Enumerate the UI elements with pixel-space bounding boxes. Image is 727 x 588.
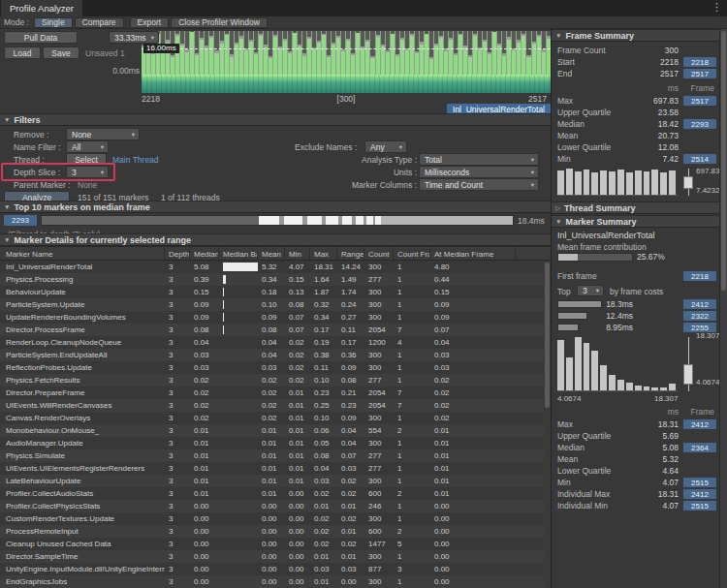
top-marker-segment[interactable] [366,216,373,225]
top-marker-segment[interactable] [307,216,323,225]
frame-badge[interactable]: 2293 [683,119,716,129]
kebab-menu-icon[interactable]: ⋮ [711,1,722,14]
column-header[interactable]: Depth [165,247,190,262]
save-button[interactable]: Save [43,46,79,59]
frame-badge[interactable]: 2412 [683,419,716,429]
frame-badge[interactable]: 2322 [683,311,716,321]
close-profiler-button[interactable]: Close Profiler Window [171,17,268,28]
table-row[interactable]: UpdateRendererBoundingVolumes30.090.090.… [0,311,551,324]
table-row[interactable]: ParticleSystem.Update30.090.100.080.320.… [0,298,551,311]
marker-columns-dropdown[interactable]: Time and Count ▾ [419,178,539,191]
frame-badge[interactable]: 2517 [683,96,716,106]
table-row[interactable]: Physics.Simulate30.010.010.010.080.07277… [0,449,551,462]
first-frame-badge[interactable]: 2218 [683,271,716,281]
top-frame-row[interactable]: 18.3ms2412 [552,298,719,310]
thread-select-button[interactable]: Select [66,153,107,166]
frame-summary-header[interactable]: ▼ Frame Summary [552,29,719,42]
scrollbar-thumb[interactable] [545,263,550,408]
frame-badge[interactable]: 2412 [683,489,716,499]
top-frame-row[interactable]: 8.95ms2255 [552,322,719,333]
table-row[interactable]: ParticleSystem.EndUpdateAll30.030.040.02… [0,349,551,361]
exclude-mode-dropdown[interactable]: Any ▾ [364,140,407,153]
table-row[interactable]: Profiler.CollectAudioStats30.010.010.000… [0,487,551,500]
table-row[interactable]: Physics.Processing30.390.340.151.641.492… [0,273,551,286]
right-pane-scrollbar[interactable] [719,29,727,588]
frame-summary-histogram[interactable] [557,169,678,196]
column-header[interactable]: Min [285,247,310,262]
table-row[interactable]: ProcessRemoteInput30.000.000.000.020.016… [0,525,551,538]
table-row[interactable]: Canvas.RenderOverlays30.020.020.010.100.… [0,412,551,424]
frame-time-plot[interactable]: 16.00ms [142,31,551,75]
thread-summary-header[interactable]: ▷ Thread Summary [552,201,719,214]
top-marker-segment[interactable] [259,216,280,225]
frame-time-chart[interactable]: 16.00ms [142,31,551,93]
table-row[interactable]: Director.ProcessFrame30.080.080.070.170.… [0,324,551,336]
depth-slice-dropdown[interactable]: 3 ▾ [66,166,109,178]
load-button[interactable]: Load [4,46,41,59]
frame-badge[interactable]: 2364 [683,443,716,452]
top-marker-segment[interactable] [284,216,301,225]
top-marker-segment[interactable] [42,216,259,225]
table-row[interactable]: LateBehaviourUpdate30.010.010.010.030.02… [0,475,551,487]
table-row[interactable]: AudioManager.Update30.010.010.010.050.04… [0,437,551,449]
tab-profile-analyzer[interactable]: Profile Analyzer [1,0,82,16]
table-row[interactable]: Director.SampleTime30.000.000.000.010.01… [0,550,551,563]
frame-badge[interactable]: 2515 [683,501,716,511]
column-header[interactable]: Range [337,247,364,262]
table-row[interactable]: RenderLoop.CleanupNodeQueue30.040.040.02… [0,336,551,349]
remove-dropdown[interactable]: None ▾ [66,128,140,140]
cell-count_frame: 1 [394,311,430,324]
units-dropdown[interactable]: Milliseconds ▾ [419,166,539,178]
top-marker-segment[interactable] [326,216,338,225]
column-header[interactable]: Median Bar [219,247,258,262]
column-header[interactable]: Median [190,247,219,262]
marker-summary-histogram[interactable] [557,337,678,391]
mode-compare-button[interactable]: Compare [75,17,124,28]
top-markers-header[interactable]: ▼ Top 10 markers on median frame [0,201,551,213]
frame-badge[interactable]: 2515 [683,478,716,487]
column-header[interactable]: Count Frame [394,247,430,262]
filters-header[interactable]: ▼ Filters [0,113,551,126]
name-filter-mode-dropdown[interactable]: All ▾ [66,140,109,153]
table-row[interactable]: Inl_UniversalRenderTotal35.085.324.0718.… [0,261,551,273]
column-header[interactable]: Marker Name [2,247,165,262]
top-frame-row[interactable]: 12.4ms2322 [552,310,719,322]
pull-data-button[interactable]: Pull Data [4,31,78,44]
table-row[interactable]: Monobehaviour.OnMouse_30.010.010.010.060… [0,424,551,437]
mode-single-button[interactable]: Single [34,17,73,28]
column-header[interactable]: Count [364,247,394,262]
analysis-type-dropdown[interactable]: Total ▾ [419,153,539,166]
frame-badge[interactable]: 2517 [683,69,716,78]
scrollbar-thumb[interactable] [721,31,726,291]
top-n-dropdown[interactable]: 3 ▾ [577,285,604,296]
median-frame-badge[interactable]: 2293 [4,215,37,226]
table-row[interactable]: ReflectionProbes.Update30.030.030.020.11… [0,361,551,374]
top-marker-segment[interactable] [381,216,513,225]
table-row[interactable]: UIEvents.UIElementsRegisterRenderers30.0… [0,462,551,475]
selected-marker-strip-chart[interactable] [142,75,551,93]
frame-badge[interactable]: 2514 [683,154,716,164]
column-header[interactable]: Mean [258,247,285,262]
table-row[interactable]: EndGraphicsJobs30.000.000.000.010.003001… [0,575,551,588]
column-header[interactable]: At Median Frame [430,247,516,262]
column-header[interactable]: Max [310,247,337,262]
frame-badge[interactable]: 2412 [683,299,716,309]
top-markers-stacked-bar[interactable] [41,215,514,226]
table-row[interactable]: CustomRenderTextures.Update30.000.000.00… [0,512,551,525]
frame-badge[interactable]: 2218 [683,57,716,67]
marker-table-scrollbar[interactable] [544,261,551,588]
table-row[interactable]: Cleanup Unused Cached Data30.000.000.000… [0,538,551,550]
thread-value-link[interactable]: Main Thread [112,155,159,165]
export-button[interactable]: Export [130,17,170,28]
top-marker-segment[interactable] [356,216,364,225]
table-row[interactable]: Physics.FetchResults30.020.020.020.100.0… [0,374,551,387]
table-row[interactable]: Profiler.CollectPhysicsStats30.000.000.0… [0,500,551,512]
table-row[interactable]: BehaviourUpdate30.150.180.131.871.743001… [0,286,551,298]
table-row[interactable]: UIEvents.WillRenderCanvases30.020.020.01… [0,399,551,412]
frame-interval-dropdown[interactable]: 33.33ms ▾ [109,31,159,44]
marker-details-header[interactable]: ▼ Marker Details for currently selected … [0,233,551,246]
table-row[interactable]: Director.PrepareFrame30.020.020.010.230.… [0,387,551,399]
top-marker-segment[interactable] [342,216,352,225]
table-row[interactable]: UnityEngine.InputModule.dll!UnityEngineI… [0,563,551,575]
marker-summary-header[interactable]: ▼ Marker Summary [552,215,719,228]
